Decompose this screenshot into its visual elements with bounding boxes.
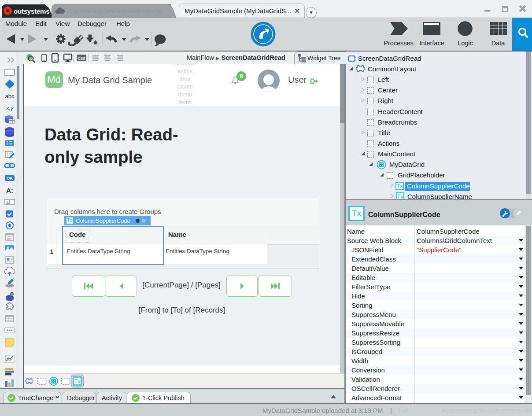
svg-text:a: a	[6, 200, 8, 205]
svg-text:CSS: CSS	[78, 56, 85, 61]
svg-text:Tx: Tx	[74, 379, 81, 385]
svg-text:Data: Data	[491, 40, 506, 47]
svg-text:x.y: x.y	[6, 105, 14, 111]
svg-text:OK: OK	[7, 176, 13, 180]
svg-text:Logic: Logic	[458, 40, 473, 47]
svg-text:abc: abc	[5, 93, 15, 99]
svg-text:Interface: Interface	[419, 40, 444, 47]
svg-text:Processes: Processes	[384, 40, 414, 47]
svg-text:A:: A:	[6, 187, 13, 194]
